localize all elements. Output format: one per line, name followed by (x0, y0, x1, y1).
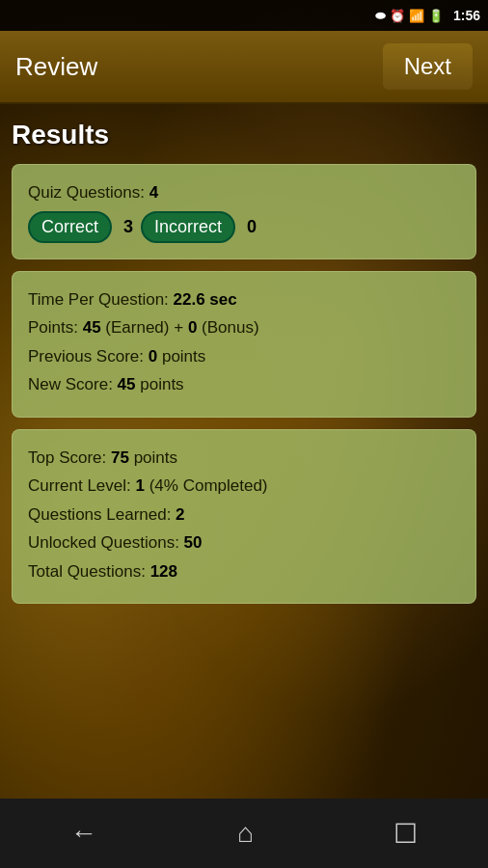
battery-icon: 🔋 (428, 9, 444, 23)
time-value: 22.6 sec (174, 290, 237, 309)
quiz-questions-card: Quiz Questions: 4 Correct 3 Incorrect 0 (12, 164, 476, 259)
wifi-icon: 📶 (409, 9, 424, 23)
top-score-card: Top Score: 75 points Current Level: 1 (4… (12, 429, 476, 605)
correct-badge: Correct (28, 211, 112, 243)
time-points-card: Time Per Question: 22.6 sec Points: 45 (… (12, 271, 476, 418)
unlocked-questions-line: Unlocked Questions: 50 (28, 530, 460, 556)
main-content: Results Quiz Questions: 4 Correct 3 Inco… (0, 104, 488, 631)
status-icons: ⬬ ⏰ 📶 🔋 1:56 (375, 8, 480, 23)
status-time: 1:56 (453, 8, 480, 23)
top-score-line: Top Score: 75 points (28, 446, 460, 471)
quiz-questions-label: Quiz Questions: (28, 183, 149, 202)
time-label: Time Per Question: (28, 290, 174, 309)
current-level-line: Current Level: 1 (4% Completed) (28, 474, 460, 499)
badges-row: Correct 3 Incorrect 0 (28, 211, 460, 243)
top-score-label: Top Score: (28, 448, 111, 467)
new-score-value: 45 (118, 375, 136, 393)
new-score-label: New Score: (28, 375, 118, 393)
correct-count: 3 (123, 217, 133, 237)
bonus-value: 0 (188, 318, 197, 337)
points-line: Points: 45 (Earned) + 0 (Bonus) (28, 315, 460, 340)
page-title: Review (15, 52, 97, 82)
prev-score-label: Previous Score: (28, 347, 149, 366)
correct-badge-label: Correct (41, 217, 98, 237)
quiz-questions-value: 4 (149, 183, 158, 202)
questions-learned-value: 2 (176, 505, 184, 524)
back-icon[interactable]: ← (70, 818, 97, 849)
total-questions-label: Total Questions: (28, 562, 150, 581)
prev-score-suffix: points (157, 347, 205, 366)
next-button[interactable]: Next (383, 43, 473, 90)
prev-score-line: Previous Score: 0 points (28, 344, 460, 369)
points-value: 45 (83, 318, 101, 337)
time-line: Time Per Question: 22.6 sec (28, 287, 460, 312)
quiz-questions-line: Quiz Questions: 4 (28, 180, 460, 205)
unlocked-questions-label: Unlocked Questions: (28, 533, 184, 552)
incorrect-badge: Incorrect (141, 211, 235, 243)
questions-learned-label: Questions Learned: (28, 505, 176, 524)
alarm-icon: ⏰ (390, 9, 405, 23)
top-score-suffix: points (129, 448, 177, 467)
points-label: Points: (28, 318, 83, 337)
incorrect-count: 0 (247, 217, 257, 237)
prev-score-value: 0 (149, 347, 157, 366)
top-bar: Review Next (0, 31, 488, 104)
total-questions-value: 128 (150, 562, 177, 581)
bonus-label: (Bonus) (197, 318, 258, 337)
current-level-paren: (4% Completed) (145, 476, 268, 495)
nav-bar: ← ⌂ ☐ (0, 799, 488, 868)
new-score-suffix: points (136, 375, 184, 393)
top-score-value: 75 (111, 448, 129, 467)
status-bar: ⬬ ⏰ 📶 🔋 1:56 (0, 0, 488, 31)
results-title: Results (12, 120, 476, 150)
recents-icon[interactable]: ☐ (393, 818, 418, 850)
points-mid: (Earned) + (101, 318, 188, 337)
new-score-line: New Score: 45 points (28, 372, 460, 397)
bluetooth-icon: ⬬ (375, 8, 386, 23)
unlocked-questions-value: 50 (184, 533, 203, 552)
current-level-value: 1 (136, 476, 145, 495)
incorrect-badge-label: Incorrect (154, 217, 222, 237)
questions-learned-line: Questions Learned: 2 (28, 502, 460, 528)
current-level-label: Current Level: (28, 476, 136, 495)
total-questions-line: Total Questions: 128 (28, 559, 460, 584)
home-icon[interactable]: ⌂ (237, 818, 254, 849)
